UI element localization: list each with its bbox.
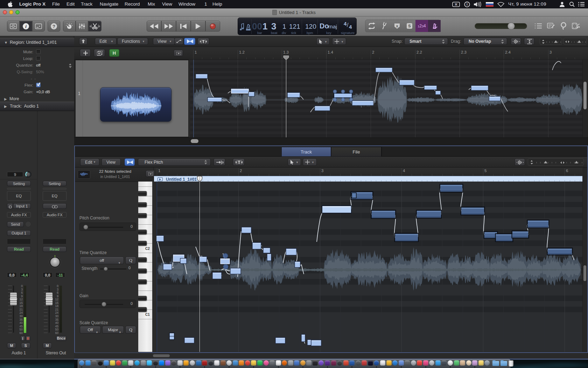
- svg-text:?: ?: [52, 24, 55, 29]
- svg-text:S: S: [408, 24, 411, 28]
- svg-text:⌘: ⌘: [455, 3, 458, 6]
- svg-text:x: x: [396, 24, 398, 28]
- svg-text:i: i: [25, 24, 27, 29]
- svg-text:i: i: [467, 2, 468, 6]
